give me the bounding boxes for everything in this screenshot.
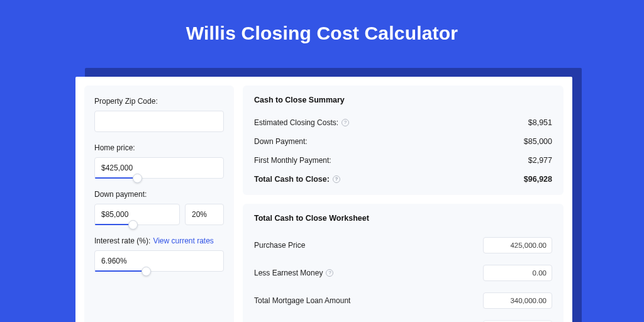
interest-rate-field: Interest rate (%): View current rates — [94, 236, 224, 272]
summary-row-first-monthly: First Monthly Payment: $2,977 — [254, 151, 552, 170]
help-icon[interactable]: ? — [326, 269, 333, 277]
worksheet-row-mortgage-loan: Total Mortgage Loan Amount — [254, 287, 552, 314]
down-payment-percent-input[interactable] — [185, 204, 224, 225]
home-price-track — [95, 177, 138, 179]
worksheet-label: Purchase Price — [254, 241, 305, 250]
main-column: Cash to Close Summary Estimated Closing … — [243, 86, 564, 322]
zip-field: Property Zip Code: — [94, 97, 224, 132]
inputs-sidebar: Property Zip Code: Home price: Down paym… — [84, 86, 234, 322]
worksheet-label: Less Earnest Money — [254, 269, 323, 277]
summary-value: $8,951 — [528, 118, 552, 127]
page-title: Willis Closing Cost Calculator — [0, 0, 644, 59]
view-current-rates-link[interactable]: View current rates — [153, 236, 214, 245]
home-price-input[interactable] — [94, 157, 224, 179]
worksheet-row-second-mortgage: Total Second Mortgage Amount ? — [254, 314, 552, 322]
summary-value: $2,977 — [528, 156, 552, 165]
worksheet-mortgage-loan-input[interactable] — [483, 292, 552, 309]
down-payment-track — [95, 224, 133, 225]
cash-to-close-summary-card: Cash to Close Summary Estimated Closing … — [243, 86, 564, 195]
summary-row-total: Total Cash to Close: ? $96,928 — [254, 170, 552, 189]
zip-label: Property Zip Code: — [94, 97, 224, 106]
home-price-label: Home price: — [94, 143, 224, 152]
worksheet-heading: Total Cash to Close Worksheet — [254, 214, 552, 223]
summary-label: Down Payment: — [254, 137, 308, 146]
zip-input[interactable] — [94, 111, 224, 132]
down-payment-field: Down payment: — [94, 190, 224, 225]
cash-to-close-worksheet-card: Total Cash to Close Worksheet Purchase P… — [243, 204, 564, 322]
worksheet-row-purchase-price: Purchase Price — [254, 231, 552, 259]
summary-heading: Cash to Close Summary — [254, 96, 552, 104]
interest-rate-track — [95, 270, 147, 272]
worksheet-purchase-price-input[interactable] — [483, 237, 552, 253]
summary-total-value: $96,928 — [524, 175, 552, 184]
home-price-field: Home price: — [94, 143, 224, 179]
summary-total-label: Total Cash to Close: — [254, 175, 330, 184]
down-payment-slider-knob[interactable] — [128, 220, 138, 230]
worksheet-earnest-money-input[interactable] — [483, 265, 552, 281]
worksheet-label: Total Mortgage Loan Amount — [254, 296, 350, 305]
summary-row-closing-costs: Estimated Closing Costs: ? $8,951 — [254, 113, 552, 132]
interest-rate-slider-knob[interactable] — [142, 267, 151, 276]
interest-rate-input[interactable] — [94, 250, 224, 272]
summary-value: $85,000 — [524, 137, 552, 146]
worksheet-row-earnest-money: Less Earnest Money ? — [254, 259, 552, 287]
home-price-slider-knob[interactable] — [133, 174, 142, 183]
down-payment-label: Down payment: — [94, 190, 224, 199]
help-icon[interactable]: ? — [333, 175, 340, 183]
interest-rate-label: Interest rate (%): — [94, 236, 150, 245]
help-icon[interactable]: ? — [341, 119, 349, 126]
summary-label: First Monthly Payment: — [254, 156, 331, 165]
summary-label: Estimated Closing Costs: — [254, 118, 338, 127]
summary-row-down-payment: Down Payment: $85,000 — [254, 132, 552, 151]
calculator-panel: Property Zip Code: Home price: Down paym… — [75, 77, 572, 322]
